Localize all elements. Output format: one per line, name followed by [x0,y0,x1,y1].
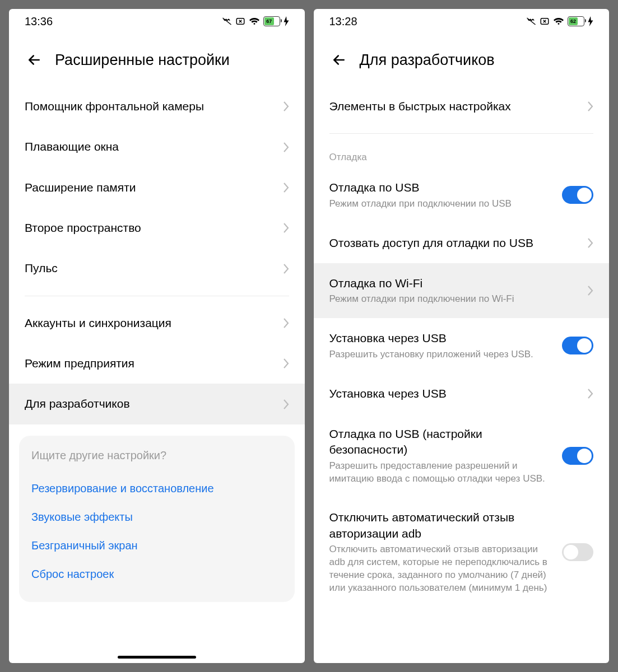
search-prompt: Ищите другие настройки? [31,449,282,462]
row-label: Аккаунты и синхронизация [25,315,277,331]
row-usb-debugging-security[interactable]: Отладка по USB (настройки безопасности) … [314,414,610,498]
row-sub: Разрешить установку приложений через USB… [329,348,557,361]
link-backup-restore[interactable]: Резервирование и восстановление [31,474,282,503]
vibrate-icon [222,16,232,26]
link-fullscreen[interactable]: Безграничный экран [31,531,282,560]
row-developer-options[interactable]: Для разработчиков [9,384,305,424]
link-sound-effects[interactable]: Звуковые эффекты [31,503,282,531]
developer-options-list: Элементы в быстрых настройках Отладка От… [314,86,610,663]
row-label: Отладка по Wi-Fi [329,276,582,291]
page-title: Расширенные настройки [55,52,230,69]
row-label: Для разработчиков [25,396,277,412]
chevron-right-icon [587,388,593,399]
row-second-space[interactable]: Второе пространство [9,208,305,248]
chevron-right-icon [587,101,593,112]
row-label: Отладка по USB [329,180,557,195]
chevron-right-icon [282,222,289,234]
row-label: Установка через USB [329,330,557,346]
toggle-usb-debug-security[interactable] [562,447,593,465]
charge-icon [284,16,289,26]
row-label: Отключить автоматический отзыв авторизац… [329,510,557,542]
status-time: 13:36 [25,15,53,28]
status-bar: 13:28 62 [314,9,610,34]
back-button[interactable] [329,50,349,69]
vibrate-icon [526,16,536,26]
status-icons: 62 [526,16,593,26]
status-time: 13:28 [329,15,357,28]
row-front-camera-assistant[interactable]: Помощник фронтальной камеры [9,86,305,127]
phone-left: 13:36 67 Расширенные настройки Помощник … [9,9,305,663]
row-label: Элементы в быстрых настройках [329,99,582,114]
chevron-right-icon [282,358,289,369]
back-button[interactable] [25,50,44,69]
status-bar: 13:36 67 [9,9,305,34]
toggle-disable-adb-revoke[interactable] [562,543,593,561]
home-indicator[interactable] [118,656,196,659]
divider [329,133,594,134]
row-label: Плавающие окна [25,139,277,155]
row-enterprise-mode[interactable]: Режим предприятия [9,343,305,384]
header: Расширенные настройки [9,34,305,86]
divider [25,296,289,296]
settings-list: Помощник фронтальной камеры Плавающие ок… [9,86,305,663]
chevron-right-icon [282,182,289,193]
row-label: Отозвать доступ для отладки по USB [329,235,582,251]
chevron-right-icon [282,263,289,274]
row-sub: Отключить автоматический отзыв авторизац… [329,543,557,595]
no-sim-icon [235,16,245,26]
row-revoke-usb-auth[interactable]: Отозвать доступ для отладки по USB [314,223,610,263]
row-wifi-debugging[interactable]: Отладка по Wi-Fi Режим отладки при подкл… [314,263,610,318]
page-title: Для разработчиков [360,52,495,69]
toggle-usb-debugging[interactable] [562,186,593,204]
row-label: Установка через USB [329,386,582,402]
row-label: Пульс [25,260,277,276]
row-label: Второе пространство [25,220,277,236]
search-suggestions-card: Ищите другие настройки? Резервирование и… [19,436,295,602]
wifi-icon [553,16,564,26]
section-debugging: Отладка [314,141,610,167]
arrow-left-icon [331,52,347,68]
chevron-right-icon [282,101,289,112]
header: Для разработчиков [314,34,610,86]
row-quick-settings-tiles[interactable]: Элементы в быстрых настройках [314,86,610,127]
row-sub: Разрешить предоставление разрешений и им… [329,460,557,486]
phone-right: 13:28 62 Для разработчиков Элементы в бы… [314,9,610,663]
chevron-right-icon [282,142,289,153]
row-accounts-sync[interactable]: Аккаунты и синхронизация [9,303,305,343]
battery-icon: 62 [568,16,584,26]
row-install-via-usb-link[interactable]: Установка через USB [314,374,610,414]
battery-icon: 67 [263,16,280,26]
chevron-right-icon [587,285,593,296]
row-label: Расширение памяти [25,180,277,195]
row-floating-windows[interactable]: Плавающие окна [9,127,305,167]
row-label: Отладка по USB (настройки безопасности) [329,426,557,458]
row-label: Режим предприятия [25,356,277,371]
row-memory-extension[interactable]: Расширение памяти [9,167,305,208]
charge-icon [588,16,593,26]
wifi-icon [249,16,260,26]
row-label: Помощник фронтальной камеры [25,99,277,114]
toggle-install-via-usb[interactable] [562,337,593,354]
chevron-right-icon [282,399,289,410]
row-sub: Режим отладки при подключении по USB [329,198,557,211]
row-disable-adb-revoke[interactable]: Отключить автоматический отзыв авторизац… [314,497,610,606]
row-install-via-usb[interactable]: Установка через USB Разрешить установку … [314,318,610,373]
row-usb-debugging[interactable]: Отладка по USB Режим отладки при подключ… [314,167,610,222]
row-sub: Режим отладки при подключении по Wi-Fi [329,293,582,306]
arrow-left-icon [26,52,43,68]
row-pulse[interactable]: Пульс [9,248,305,288]
chevron-right-icon [282,318,289,329]
status-icons: 67 [222,16,289,26]
no-sim-icon [540,16,550,26]
chevron-right-icon [587,237,593,249]
link-reset-settings[interactable]: Сброс настроек [31,560,282,589]
